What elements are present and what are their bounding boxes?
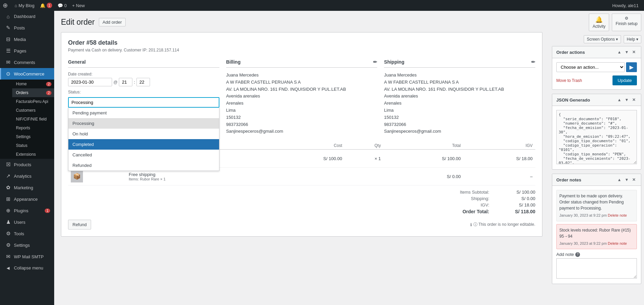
wp-wrapper: ⌂ Dashboard ✎ Posts ⊟ Media ☰ Pages ✉ Co… <box>0 11 644 305</box>
tools-icon: ⚙ <box>5 231 11 237</box>
status-select[interactable]: Pending payment Processing On hold Compl… <box>68 97 219 108</box>
billing-section: Billing ✏ Juana Mercedes A W FABER CASTE… <box>226 59 378 135</box>
sidebar-label-woocommerce: WooCommerce <box>14 71 44 77</box>
notes-arrow-up-icon[interactable]: ▲ <box>616 177 623 183</box>
billing-section-title: Billing ✏ <box>226 59 378 68</box>
sidebar-item-settings-wc[interactable]: Settings <box>12 132 54 141</box>
move-to-trash-link[interactable]: Move to Trash <box>556 78 582 83</box>
item-col-qty: Qty <box>345 142 383 150</box>
shipping-image: 📦 <box>71 170 83 182</box>
admin-bar-new[interactable]: + New <box>69 0 87 11</box>
item-col-total: Total <box>384 142 464 150</box>
shipping-section: Shipping ✏ Juana Mercedes A W FABER CAST… <box>384 59 535 135</box>
screen-options-button[interactable]: Screen Options ▾ <box>584 35 621 43</box>
sidebar-item-products[interactable]: ☒ Products <box>0 159 54 170</box>
order-action-select[interactable]: Choose an action... <box>556 62 625 72</box>
notes-close-icon[interactable]: ✕ <box>631 177 637 183</box>
add-order-button[interactable]: Add order <box>99 18 126 26</box>
json-arrow-up-icon[interactable]: ▲ <box>616 97 623 103</box>
sidebar-item-plugins[interactable]: ⊕ Plugins 1 <box>0 205 54 216</box>
sidebar-label-facturalo: FacturaloPeru Api <box>16 99 48 104</box>
sidebar-item-pages[interactable]: ☰ Pages <box>0 45 54 57</box>
close-icon[interactable]: ✕ <box>631 49 637 55</box>
sidebar-item-settings[interactable]: ⚙ Settings <box>0 239 54 251</box>
admin-bar-notifications[interactable]: 🔔 1 <box>37 0 55 11</box>
admin-bar-comments[interactable]: 💬 0 <box>55 0 69 11</box>
sidebar-item-home[interactable]: Home 2 <box>12 80 54 88</box>
home-icon: ⌂ <box>15 3 17 8</box>
sidebar-item-reports[interactable]: Reports <box>12 124 54 132</box>
sidebar-item-posts[interactable]: ✎ Posts <box>0 22 54 34</box>
products-icon: ☒ <box>5 161 11 168</box>
minute-input[interactable] <box>136 78 150 86</box>
order-notes-panel: Order notes ▲ ▼ ✕ Payment to be made upo… <box>552 174 641 284</box>
sidebar-item-customers[interactable]: Customers <box>12 106 54 115</box>
dd-item-refunded[interactable]: Refunded <box>68 160 219 171</box>
order-total-row: Order Total: S/ 118.00 <box>68 209 535 214</box>
dd-item-cancelled[interactable]: Cancelled <box>68 150 219 160</box>
json-generado-title: JSON Generado <box>556 97 590 103</box>
add-note-label: Add note <box>556 252 574 257</box>
delete-note-1-link[interactable]: Delete note <box>608 213 627 217</box>
subtotal-row: Items Subtotal: S/ 100.00 <box>68 190 535 195</box>
dd-item-pending[interactable]: Pending payment <box>68 108 219 118</box>
order-action-go-button[interactable]: ▶ <box>626 62 637 72</box>
admin-bar-myblog[interactable]: ⌂ My Blog <box>12 0 37 11</box>
update-button[interactable]: Update <box>613 75 637 85</box>
comments-icon: ✉ <box>5 59 11 65</box>
dd-item-onhold[interactable]: On hold <box>68 129 219 139</box>
billing-edit-icon[interactable]: ✏ <box>373 59 377 65</box>
sidebar-item-marketing[interactable]: ✿ Marketing <box>0 182 54 193</box>
add-note-section: Add note ? <box>556 252 637 280</box>
delete-note-2-link[interactable]: Delete note <box>608 241 627 245</box>
json-generado-panel: JSON Generado ▲ ▼ ✕ <box>552 94 641 170</box>
json-arrow-down-icon[interactable]: ▼ <box>623 97 630 103</box>
sidebar-item-users[interactable]: ♟ Users <box>0 216 54 228</box>
sidebar-item-media[interactable]: ⊟ Media <box>0 34 54 45</box>
arrow-up-icon[interactable]: ▲ <box>616 49 623 55</box>
sidebar-item-collapse[interactable]: ◄ Collapse menu <box>0 262 54 274</box>
sidebar-label-users: Users <box>14 220 25 225</box>
page-title: Edit order <box>61 18 95 27</box>
hour-input[interactable] <box>119 78 132 86</box>
finish-setup-button[interactable]: ⚙ Finish setup <box>612 14 641 31</box>
totals-section: Items Subtotal: S/ 100.00 Shipping: S/ 0… <box>68 190 535 214</box>
sidebar-item-comments[interactable]: ✉ Comments <box>0 57 54 68</box>
sidebar-label-nif: NIF/CIF/NIE field <box>16 117 47 122</box>
json-generado-header: JSON Generado ▲ ▼ ✕ <box>552 94 641 106</box>
sidebar-item-extensions[interactable]: Extensions <box>12 150 54 159</box>
sidebar-item-woocommerce[interactable]: ⊙ WooCommerce <box>0 68 54 80</box>
add-note-textarea[interactable] <box>556 258 637 279</box>
help-button[interactable]: Help ▾ <box>624 35 641 43</box>
refund-button[interactable]: Refund <box>68 220 91 230</box>
marketing-icon: ✿ <box>5 184 11 191</box>
sidebar-item-nif[interactable]: NIF/CIF/NIE field <box>12 115 54 124</box>
activity-button[interactable]: 🔔 Activity <box>589 14 609 31</box>
sidebar-item-dashboard[interactable]: ⌂ Dashboard <box>0 11 54 22</box>
sidebar-item-wpmail[interactable]: ✉ WP Mail SMTP <box>0 251 54 262</box>
wp-logo-icon[interactable]: ⊕ <box>3 2 8 9</box>
notes-arrow-down-icon[interactable]: ▼ <box>623 177 630 183</box>
order-notes-arrows: ▲ ▼ ✕ <box>616 177 637 183</box>
analytics-icon: ↗ <box>5 173 11 179</box>
sidebar-item-orders[interactable]: Orders 2 <box>12 88 54 97</box>
sidebar-item-appearance[interactable]: ⊞ Appearance <box>0 193 54 205</box>
sidebar-item-tools[interactable]: ⚙ Tools <box>0 228 54 239</box>
sidebar-label-home: Home <box>16 82 27 86</box>
date-input[interactable] <box>68 78 112 86</box>
not-editable-message: ℹ ⓘ This order is no longer editable. <box>470 222 535 227</box>
order-sections: General Date created: @ : Status: <box>68 59 535 135</box>
sidebar-item-status[interactable]: Status <box>12 141 54 150</box>
dd-item-completed[interactable]: Completed <box>68 139 219 150</box>
sidebar-label-status: Status <box>16 143 27 148</box>
item-total-cell: S/ 100.00 <box>384 150 464 168</box>
igv-label: IGV: <box>427 202 495 208</box>
sidebar-item-facturalo[interactable]: FacturaloPeru Api <box>12 97 54 106</box>
arrow-down-icon[interactable]: ▼ <box>623 49 630 55</box>
json-textarea[interactable] <box>556 110 637 164</box>
note-meta-2: January 30, 2023 at 9:22 pm Delete note <box>559 241 634 246</box>
json-close-icon[interactable]: ✕ <box>631 97 637 103</box>
shipping-edit-icon[interactable]: ✏ <box>531 59 535 65</box>
dd-item-processing[interactable]: Processing <box>68 118 219 129</box>
sidebar-item-analytics[interactable]: ↗ Analytics <box>0 170 54 182</box>
